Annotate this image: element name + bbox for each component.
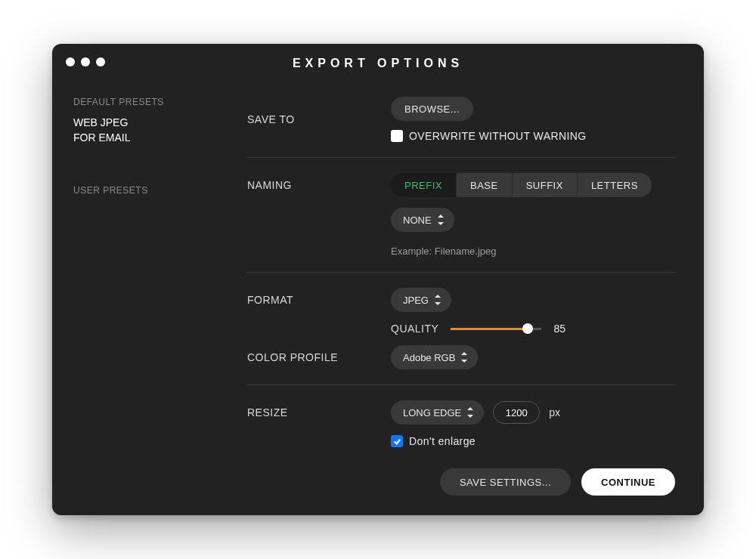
save-settings-button[interactable]: SAVE SETTINGS...	[440, 468, 571, 496]
footer-actions: SAVE SETTINGS... CONTINUE	[247, 468, 675, 496]
updown-icon	[461, 352, 467, 363]
color-profile-label: COLOR PROFILE	[247, 351, 391, 363]
format-dropdown-value: JPEG	[403, 295, 429, 306]
check-icon	[393, 437, 401, 446]
quality-slider[interactable]	[451, 328, 541, 330]
window-title: EXPORT OPTIONS	[293, 57, 463, 70]
browse-button[interactable]: BROWSE...	[391, 97, 473, 121]
format-label: FORMAT	[247, 294, 391, 306]
format-dropdown[interactable]: JPEG	[391, 288, 451, 312]
title-bar: EXPORT OPTIONS	[52, 44, 704, 83]
naming-example: Example: Filename.jpeg	[391, 246, 496, 257]
resize-unit: px	[549, 406, 560, 418]
minimize-dot[interactable]	[81, 57, 90, 66]
default-presets-header: DEFAULT PRESETS	[73, 97, 218, 107]
color-profile-dropdown[interactable]: Adobe RGB	[391, 345, 478, 369]
resize-mode-value: LONG EDGE	[403, 407, 461, 418]
tab-prefix[interactable]: PREFIX	[391, 173, 457, 197]
dont-enlarge-label: Don't enlarge	[409, 435, 476, 447]
section-naming: NAMING PREFIX BASE SUFFIX LETTERS	[247, 173, 675, 273]
resize-mode-dropdown[interactable]: LONG EDGE	[391, 400, 484, 425]
save-to-label: SAVE TO	[247, 113, 391, 125]
resize-label: RESIZE	[247, 406, 391, 418]
tab-base[interactable]: BASE	[457, 173, 513, 197]
window-controls	[66, 57, 105, 66]
main-panel: SAVE TO BROWSE... OVERWRITE WITHOUT WARN…	[218, 83, 704, 515]
preset-for-email[interactable]: FOR EMAIL	[73, 130, 218, 145]
overwrite-checkbox[interactable]	[391, 130, 403, 142]
updown-icon	[467, 407, 473, 418]
preset-web-jpeg[interactable]: WEB JPEG	[73, 115, 218, 130]
section-save-to: SAVE TO BROWSE... OVERWRITE WITHOUT WARN…	[247, 97, 675, 158]
continue-button[interactable]: CONTINUE	[581, 468, 675, 496]
naming-label: NAMING	[247, 179, 391, 191]
quality-control: QUALITY 85	[391, 323, 575, 335]
section-format: FORMAT JPEG QUALITY	[247, 288, 675, 385]
dont-enlarge-checkbox[interactable]	[391, 435, 403, 447]
quality-label: QUALITY	[391, 323, 438, 335]
updown-icon	[438, 215, 444, 225]
export-options-window: EXPORT OPTIONS DEFAULT PRESETS WEB JPEG …	[52, 44, 704, 515]
resize-size-input[interactable]	[493, 401, 540, 424]
zoom-dot[interactable]	[96, 57, 105, 66]
color-profile-value: Adobe RGB	[403, 352, 455, 363]
section-resize: RESIZE LONG EDGE px	[247, 400, 675, 462]
tab-suffix[interactable]: SUFFIX	[513, 173, 578, 197]
dont-enlarge-row[interactable]: Don't enlarge	[391, 435, 476, 447]
naming-dropdown-value: NONE	[403, 215, 432, 226]
overwrite-checkbox-row[interactable]: OVERWRITE WITHOUT WARNING	[391, 130, 587, 142]
sidebar: DEFAULT PRESETS WEB JPEG FOR EMAIL USER …	[52, 83, 218, 515]
close-dot[interactable]	[66, 57, 75, 66]
user-presets-header: USER PRESETS	[73, 185, 218, 196]
tab-letters[interactable]: LETTERS	[578, 173, 652, 197]
quality-slider-fill	[451, 328, 528, 330]
quality-slider-knob[interactable]	[522, 323, 533, 334]
updown-icon	[435, 295, 441, 305]
overwrite-label: OVERWRITE WITHOUT WARNING	[409, 130, 587, 142]
naming-tabs: PREFIX BASE SUFFIX LETTERS	[391, 173, 652, 197]
quality-value: 85	[553, 323, 575, 335]
naming-dropdown[interactable]: NONE	[391, 208, 454, 232]
